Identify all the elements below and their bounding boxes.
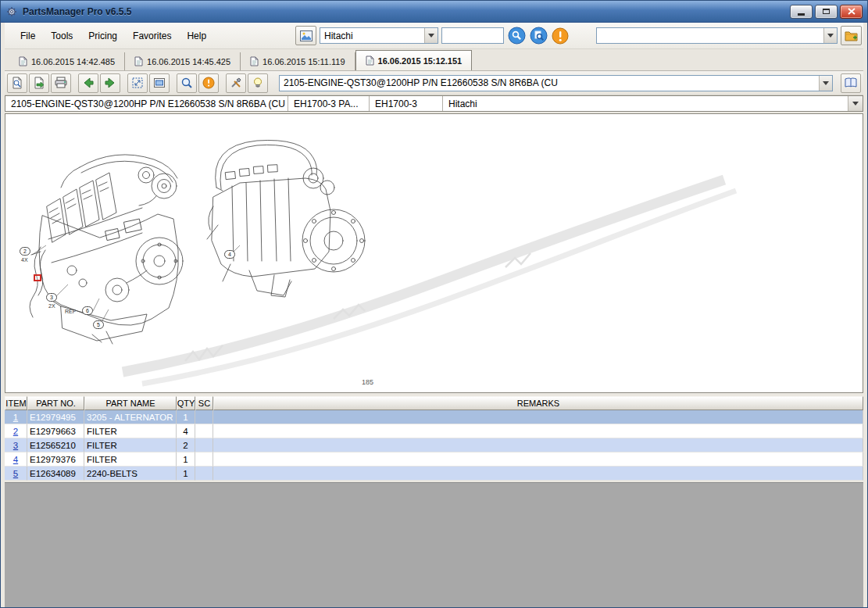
breadcrumb-manufacturer[interactable]: Hitachi <box>443 96 848 111</box>
tools-icon <box>230 77 242 89</box>
report-button[interactable] <box>295 26 316 45</box>
chevron-down-icon[interactable] <box>819 76 832 91</box>
document-icon <box>366 55 374 66</box>
arrow-left-icon <box>82 77 95 89</box>
part-no-cell: E12565210 <box>27 438 84 452</box>
tab-session-1[interactable]: 16.06.2015 14:42.485 <box>9 52 125 70</box>
back-button[interactable] <box>78 73 98 93</box>
item-link[interactable]: 1 <box>13 413 18 422</box>
search-input[interactable] <box>441 27 504 44</box>
assembly-combobox[interactable]: 2105-ENGINE-QST30@1200HP P/N E12660538 S… <box>279 75 833 91</box>
search-button[interactable] <box>507 27 526 45</box>
menubar: File Tools Pricing Favorites Help <box>5 27 214 45</box>
breadcrumb-model[interactable]: EH1700-3 <box>370 96 443 111</box>
menu-help[interactable]: Help <box>179 27 214 45</box>
document-icon <box>134 56 143 66</box>
attention-parts-button[interactable] <box>198 73 219 93</box>
table-row[interactable]: 3 E12565210 FILTER 2 <box>5 438 863 452</box>
item-link[interactable]: 5 <box>13 469 18 478</box>
chevron-down-icon[interactable] <box>424 28 438 43</box>
sc-cell <box>195 438 213 452</box>
export-page-button[interactable] <box>29 73 49 93</box>
item-link[interactable]: 4 <box>13 455 18 464</box>
callout-4[interactable]: 4 <box>224 250 235 259</box>
header-part-name[interactable]: PART NAME <box>84 396 177 410</box>
minimize-button[interactable] <box>790 5 813 19</box>
tab-session-3[interactable]: 16.06.2015 15:11.119 <box>241 52 355 70</box>
menu-pricing[interactable]: Pricing <box>80 27 125 45</box>
breadcrumb: 2105-ENGINE-QST30@1200HP P/N E12660538 S… <box>5 95 863 112</box>
manufacturer-combobox[interactable]: Hitachi <box>320 27 438 44</box>
callout-2-note: 4X <box>21 257 28 263</box>
diagram-viewport[interactable]: 2 4X 3 2X REF 6 5 4 185 <box>5 113 863 393</box>
close-icon <box>848 8 855 15</box>
qty-cell: 1 <box>177 452 195 467</box>
drawing-page-number: 185 <box>362 378 373 386</box>
tab-session-2[interactable]: 16.06.2015 14:45.425 <box>125 52 241 70</box>
close-button[interactable] <box>840 5 863 19</box>
callout-3[interactable]: 3 <box>46 293 57 302</box>
part-name-cell: FILTER <box>84 438 177 452</box>
part-name-cell: FILTER <box>84 452 177 467</box>
settings-button[interactable] <box>226 73 246 93</box>
sc-cell <box>195 410 213 424</box>
header-remarks[interactable]: REMARKS <box>213 396 863 410</box>
item-cell: 1 <box>5 410 27 424</box>
menu-tools[interactable]: Tools <box>43 27 80 45</box>
catalog-book-button[interactable] <box>841 73 861 93</box>
qty-cell: 4 <box>177 424 195 438</box>
print-button[interactable] <box>51 73 71 93</box>
callout-3-note: 2X <box>48 303 55 309</box>
empty-area <box>5 482 863 608</box>
header-item[interactable]: ITEM <box>5 396 27 410</box>
callout-2[interactable]: 2 <box>20 247 30 256</box>
item-link[interactable]: 3 <box>13 441 18 450</box>
table-row-selected[interactable]: 1 E12979495 3205 - ALTERNATOR 1 <box>5 410 863 424</box>
table-row[interactable]: 2 E12979663 FILTER 4 <box>5 424 863 438</box>
forward-button[interactable] <box>100 73 120 93</box>
print-preview-button[interactable] <box>7 73 27 93</box>
item-cell: 4 <box>5 452 27 467</box>
sc-cell <box>195 452 213 467</box>
menu-favorites[interactable]: Favorites <box>125 27 179 45</box>
find-in-catalog-button[interactable] <box>529 27 548 45</box>
window-title: PartsManager Pro v6.5.5 <box>23 6 131 17</box>
breadcrumb-dropdown-button[interactable] <box>848 96 863 111</box>
document-icon <box>19 56 27 66</box>
document-icon <box>250 56 259 66</box>
breadcrumb-model-variant[interactable]: EH1700-3 PA... <box>288 96 370 111</box>
fit-page-button[interactable] <box>127 73 148 93</box>
menu-file[interactable]: File <box>13 27 43 45</box>
menu-toolbar-row: File Tools Pricing Favorites Help Hitach… <box>5 23 863 49</box>
page-magnifier-icon <box>11 77 23 89</box>
callout-5[interactable]: 5 <box>93 320 104 329</box>
fit-width-button[interactable] <box>149 73 170 93</box>
top-controls: Hitachi <box>295 26 862 45</box>
zoom-button[interactable] <box>177 73 197 93</box>
model-combobox[interactable] <box>596 27 838 44</box>
app-icon <box>5 5 18 18</box>
breadcrumb-assembly[interactable]: 2105-ENGINE-QST30@1200HP P/N E12660538 S… <box>5 96 288 111</box>
sc-cell <box>195 467 213 481</box>
callout-6[interactable]: 6 <box>82 306 93 315</box>
remarks-cell <box>213 438 863 452</box>
folder-add-icon <box>845 30 858 41</box>
maximize-button[interactable] <box>815 5 838 19</box>
chevron-down-icon[interactable] <box>823 28 837 43</box>
book-icon <box>844 77 858 89</box>
part-no-cell: E12979495 <box>27 410 84 424</box>
manufacturer-value: Hitachi <box>320 30 424 41</box>
window-controls <box>790 5 863 19</box>
header-sc[interactable]: SC <box>195 396 213 410</box>
titlebar[interactable]: PartsManager Pro v6.5.5 <box>1 1 867 23</box>
tab-session-4-active[interactable]: 16.06.2015 15:12.151 <box>355 50 473 70</box>
header-part-no[interactable]: PART NO. <box>27 396 84 410</box>
table-row[interactable]: 4 E12979376 FILTER 1 <box>5 452 863 467</box>
table-row[interactable]: 5 E12634089 2240-BELTS 1 <box>5 467 863 481</box>
warning-button[interactable] <box>551 27 570 45</box>
hint-button[interactable] <box>248 73 268 93</box>
item-link[interactable]: 2 <box>13 427 18 436</box>
callout-6-note: REF <box>65 309 76 314</box>
add-favorite-button[interactable] <box>841 26 862 45</box>
header-qty[interactable]: QTY <box>177 396 195 410</box>
